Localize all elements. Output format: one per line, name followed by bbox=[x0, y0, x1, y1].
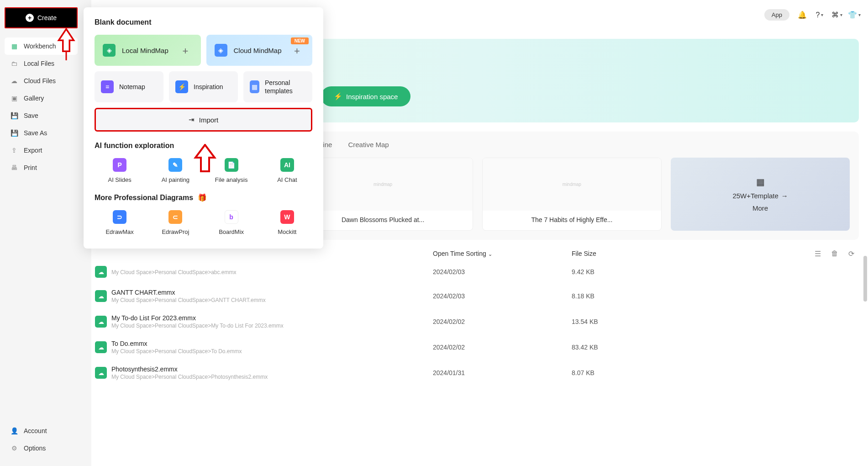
sidebar-item-save[interactable]: 💾 Save bbox=[0, 107, 82, 124]
import-button[interactable]: ⇥ Import bbox=[95, 108, 312, 132]
gallery-icon: ▣ bbox=[10, 94, 18, 102]
create-label: Create bbox=[37, 14, 57, 21]
inspiration-label: Inspiration space bbox=[346, 93, 398, 101]
mindmap-icon: ◈ bbox=[103, 44, 116, 57]
inspiration-card[interactable]: ⚡ Inspiration bbox=[169, 71, 238, 102]
mockitt-item[interactable]: W Mockitt bbox=[262, 210, 312, 235]
file-size: 83.42 KB bbox=[572, 344, 598, 351]
file-size: 8.07 KB bbox=[572, 369, 594, 376]
gear-icon: ⚙ bbox=[10, 444, 18, 452]
file-row[interactable]: ☁ My To-do List For 2023.emmx My Cloud S… bbox=[95, 309, 859, 334]
template-thumb: mindmap bbox=[483, 158, 662, 211]
cloud-mindmap-label: Cloud MindMap bbox=[234, 47, 288, 54]
edrawmax-item[interactable]: ⊃ EdrawMax bbox=[95, 210, 145, 235]
file-path: My Cloud Space>Personal CloudSpace>GANTT… bbox=[111, 297, 266, 303]
export-icon: ⇪ bbox=[10, 146, 18, 154]
help-icon[interactable]: ? bbox=[815, 11, 824, 20]
file-path: My Cloud Space>Personal CloudSpace>abc.e… bbox=[111, 269, 236, 275]
boardmix-item[interactable]: b BoardMix bbox=[206, 210, 257, 235]
shirt-icon[interactable]: 👕 bbox=[850, 11, 859, 20]
file-path: My Cloud Space>Personal CloudSpace>Photo… bbox=[111, 374, 268, 380]
apps-icon[interactable]: ⌘ bbox=[832, 11, 842, 20]
boardmix-icon: b bbox=[225, 210, 238, 224]
app-pill[interactable]: App bbox=[764, 9, 789, 21]
chat-icon: AI bbox=[280, 158, 294, 172]
sidebar-label: Local Files bbox=[24, 60, 54, 67]
saveas-icon: 💾 bbox=[10, 129, 18, 137]
folder-icon: 🗀 bbox=[10, 59, 18, 68]
mockitt-icon: W bbox=[280, 210, 294, 224]
ai-slides-label: AI Slides bbox=[108, 176, 131, 183]
cloud-file-icon: ☁ bbox=[95, 341, 107, 353]
refresh-icon[interactable]: ⟳ bbox=[848, 249, 854, 258]
template-card[interactable]: mindmap The 7 Habits of Highly Effe... bbox=[482, 158, 662, 231]
grid-icon: ▦ bbox=[756, 176, 765, 187]
painting-icon: ✎ bbox=[168, 158, 182, 172]
sidebar-item-export[interactable]: ⇪ Export bbox=[0, 142, 82, 159]
edrawproj-label: EdrawProj bbox=[162, 228, 189, 235]
templates-icon: ▦ bbox=[250, 80, 259, 93]
trash-icon[interactable]: 🗑 bbox=[831, 249, 838, 258]
file-name: To Do.emmx bbox=[111, 340, 242, 347]
scrollbar[interactable] bbox=[863, 256, 867, 302]
workbench-icon: ▦ bbox=[10, 42, 18, 50]
sidebar-item-save-as[interactable]: 💾 Save As bbox=[0, 124, 82, 142]
ai-chat-item[interactable]: AI AI Chat bbox=[262, 158, 312, 183]
cloud-file-icon: ☁ bbox=[95, 266, 107, 278]
print-icon: 🖶 bbox=[10, 164, 18, 172]
edrawmax-label: EdrawMax bbox=[105, 228, 133, 235]
mockitt-label: Mockitt bbox=[278, 228, 296, 235]
personal-templates-label: Personal templates bbox=[265, 79, 306, 95]
file-size: 8.18 KB bbox=[572, 292, 594, 300]
cloud-mindmap-card[interactable]: NEW ◈ Cloud MindMap + bbox=[206, 35, 313, 66]
list-view-icon[interactable]: ☰ bbox=[815, 249, 821, 258]
create-button[interactable]: + Create bbox=[5, 7, 78, 28]
annotation-arrow-create bbox=[56, 28, 76, 62]
file-row[interactable]: ☁ GANTT CHART.emmx My Cloud Space>Person… bbox=[95, 283, 859, 309]
sidebar-item-gallery[interactable]: ▣ Gallery bbox=[0, 90, 82, 107]
bell-icon[interactable]: 🔔 bbox=[798, 11, 807, 20]
sidebar-label: Print bbox=[24, 164, 37, 171]
file-row[interactable]: ☁ My Cloud Space>Personal CloudSpace>abc… bbox=[95, 260, 859, 283]
size-column-header: File Size bbox=[572, 250, 596, 257]
sidebar-item-print[interactable]: 🖶 Print bbox=[0, 159, 82, 176]
notemap-card[interactable]: ≡ Notemap bbox=[95, 71, 163, 102]
sidebar-label: Gallery bbox=[24, 95, 44, 102]
sidebar-label: Account bbox=[24, 427, 47, 434]
plus-icon: + bbox=[294, 45, 304, 55]
files-section: Open Time Sorting ⌄ File Size ☰ 🗑 ⟳ ☁ My… bbox=[95, 249, 859, 386]
account-icon: 👤 bbox=[10, 427, 18, 435]
ai-slides-item[interactable]: P AI Slides bbox=[95, 158, 145, 183]
file-row[interactable]: ☁ To Do.emmx My Cloud Space>Personal Clo… bbox=[95, 334, 859, 360]
more-templates-card[interactable]: ▦ 25W+Template → More bbox=[671, 158, 850, 231]
file-date: 2024/02/03 bbox=[433, 268, 465, 275]
ai-chat-label: AI Chat bbox=[277, 176, 297, 183]
edrawproj-item[interactable]: ⊂ EdrawProj bbox=[150, 210, 200, 235]
sidebar-label: Cloud Files bbox=[24, 77, 56, 85]
sidebar-item-options[interactable]: ⚙ Options bbox=[0, 440, 82, 457]
file-analysis-label: File analysis bbox=[215, 176, 248, 183]
file-analysis-icon: 📄 bbox=[225, 158, 238, 172]
file-row[interactable]: ☁ Photosynthesis2.emmx My Cloud Space>Pe… bbox=[95, 360, 859, 386]
local-mindmap-label: Local MindMap bbox=[122, 47, 176, 54]
local-mindmap-card[interactable]: ◈ Local MindMap + bbox=[95, 35, 201, 66]
import-label: Import bbox=[199, 116, 219, 124]
inspiration-space-button[interactable]: ⚡ Inspiration space bbox=[321, 86, 410, 106]
notemap-label: Notemap bbox=[119, 83, 145, 91]
gift-icon: 🎁 bbox=[198, 193, 207, 202]
bolt-icon: ⚡ bbox=[334, 92, 342, 101]
sidebar-item-account[interactable]: 👤 Account bbox=[0, 422, 82, 440]
file-path: My Cloud Space>Personal CloudSpace>To Do… bbox=[111, 348, 242, 355]
file-name: My To-do List For 2023.emmx bbox=[111, 314, 284, 322]
sort-dropdown[interactable]: Open Time Sorting ⌄ bbox=[433, 250, 492, 257]
create-popup: Blank document ◈ Local MindMap + NEW ◈ C… bbox=[84, 7, 323, 249]
chevron-down-icon: ⌄ bbox=[488, 251, 492, 257]
tab-creative-map[interactable]: Creative Map bbox=[348, 141, 389, 148]
plus-icon: + bbox=[26, 14, 34, 22]
new-badge: NEW bbox=[291, 37, 309, 44]
file-date: 2024/01/31 bbox=[433, 369, 465, 376]
cloud-mindmap-icon: ◈ bbox=[215, 44, 227, 57]
more-count: 25W+Template bbox=[732, 192, 778, 200]
personal-templates-card[interactable]: ▦ Personal templates bbox=[243, 71, 312, 102]
sidebar-item-cloud-files[interactable]: ☁ Cloud Files bbox=[0, 72, 82, 90]
